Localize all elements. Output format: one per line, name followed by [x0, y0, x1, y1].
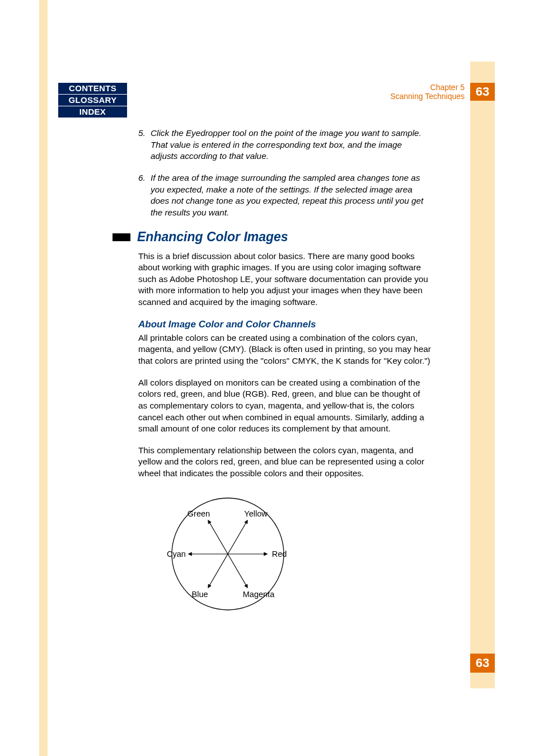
- svg-line-4: [228, 554, 247, 588]
- left-decor-strip: [39, 0, 48, 756]
- nav-contents[interactable]: CONTENTS: [58, 83, 127, 95]
- page-header: Chapter 5 Scanning Techniques 63: [390, 83, 495, 101]
- step-text: Click the Eyedropper tool on the point o…: [151, 128, 431, 162]
- sub-heading: About Image Color and Color Channels: [138, 318, 431, 331]
- body-paragraph: This complementary relationship between …: [138, 445, 431, 480]
- body-paragraph: All printable colors can be created usin…: [138, 332, 431, 367]
- svg-line-6: [208, 554, 228, 588]
- step-number: 5.: [138, 128, 151, 162]
- section-heading: Enhancing Color Images: [137, 228, 288, 246]
- color-wheel-figure: Green Yellow Cyan Red Blue Magenta: [155, 490, 431, 622]
- svg-line-3: [208, 520, 228, 554]
- right-decor-strip: [470, 62, 495, 688]
- chapter-number: Chapter 5: [390, 83, 465, 92]
- nav-index[interactable]: INDEX: [58, 106, 127, 118]
- nav-glossary[interactable]: GLOSSARY: [58, 95, 127, 106]
- chapter-title: Scanning Techniques: [390, 92, 465, 101]
- wheel-label-yellow: Yellow: [244, 509, 268, 518]
- section-heading-row: Enhancing Color Images: [113, 228, 431, 246]
- wheel-label-red: Red: [272, 550, 287, 558]
- wheel-label-blue: Blue: [191, 590, 208, 599]
- heading-bar-icon: [113, 233, 130, 241]
- page-number-top: 63: [470, 83, 495, 101]
- step-text: If the area of the image surrounding the…: [151, 172, 431, 219]
- wheel-label-cyan: Cyan: [167, 550, 186, 558]
- wheel-label-magenta: Magenta: [243, 590, 275, 599]
- page-content: 5. Click the Eyedropper tool on the poin…: [138, 128, 431, 621]
- page-number-bottom: 63: [470, 654, 495, 673]
- step-number: 6.: [138, 172, 151, 219]
- intro-paragraph: This is a brief discussion about color b…: [138, 251, 431, 308]
- body-paragraph: All colors displayed on monitors can be …: [138, 377, 431, 435]
- step-item: 6. If the area of the image surrounding …: [138, 172, 431, 219]
- nav-panel: CONTENTS GLOSSARY INDEX: [58, 83, 127, 118]
- svg-line-5: [228, 520, 247, 554]
- wheel-label-green: Green: [188, 509, 210, 518]
- step-item: 5. Click the Eyedropper tool on the poin…: [138, 128, 431, 162]
